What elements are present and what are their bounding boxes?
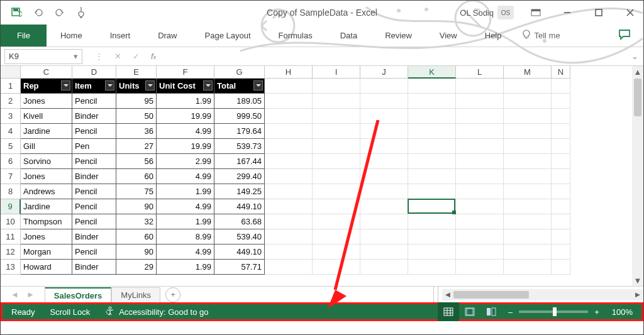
- autosave-icon[interactable]: [11, 7, 22, 18]
- cell-rep[interactable]: Morgan: [21, 244, 72, 260]
- horizontal-scrollbar[interactable]: ◄ ►: [433, 287, 643, 302]
- cell-unitcost[interactable]: 2.99: [157, 154, 214, 169]
- enter-icon[interactable]: ✓: [133, 52, 140, 61]
- tab-help[interactable]: Help: [471, 25, 516, 47]
- cancel-icon[interactable]: ✕: [114, 52, 121, 61]
- cell-blank[interactable]: [504, 94, 552, 109]
- cell-item[interactable]: Pen: [72, 139, 116, 154]
- cell-blank[interactable]: [408, 139, 456, 154]
- cell-units[interactable]: 95: [116, 94, 157, 109]
- scroll-down-icon[interactable]: ▼: [632, 275, 643, 286]
- cell-blank[interactable]: [313, 214, 360, 229]
- status-scroll-lock[interactable]: Scroll Lock: [50, 307, 91, 317]
- row-header[interactable]: 5: [1, 139, 21, 154]
- spreadsheet-grid[interactable]: CDEFGHIJKLMN 1RepItemUnitsUnit CostTotal…: [1, 66, 643, 286]
- cell-blank[interactable]: [265, 154, 313, 169]
- zoom-level[interactable]: 100%: [612, 307, 633, 317]
- view-page-break-icon[interactable]: [480, 302, 502, 321]
- cell-blank[interactable]: [504, 154, 552, 169]
- cell-rep[interactable]: Jones: [21, 94, 72, 109]
- cell-unitcost[interactable]: 19.99: [157, 109, 214, 124]
- cell-item[interactable]: Pencil: [72, 124, 116, 139]
- tab-insert[interactable]: Insert: [96, 25, 145, 47]
- select-all-corner[interactable]: [1, 66, 21, 79]
- zoom-slider[interactable]: [519, 310, 588, 313]
- col-header-L[interactable]: L: [456, 66, 504, 79]
- cell-unitcost[interactable]: 8.99: [157, 229, 214, 244]
- cell-blank[interactable]: [360, 94, 408, 109]
- cell-units[interactable]: 56: [116, 154, 157, 169]
- cell-blank[interactable]: [456, 229, 504, 244]
- cell-item[interactable]: Binder: [72, 169, 116, 184]
- cell-blank[interactable]: [504, 229, 552, 244]
- cell-rep[interactable]: Jones: [21, 169, 72, 184]
- cell-blank[interactable]: [552, 229, 570, 244]
- cell-blank[interactable]: [456, 244, 504, 260]
- cell-item[interactable]: Binder: [72, 260, 116, 275]
- sheet-tab-other[interactable]: MyLinks: [111, 287, 160, 303]
- cell-blank[interactable]: [360, 260, 408, 275]
- add-sheet-icon[interactable]: +: [165, 287, 180, 302]
- cell-rep[interactable]: Jardine: [21, 124, 72, 139]
- cell-blank[interactable]: [408, 169, 456, 184]
- split-handle[interactable]: [433, 287, 438, 302]
- cell-units[interactable]: 60: [116, 229, 157, 244]
- view-normal-icon[interactable]: [438, 302, 459, 321]
- cell-units[interactable]: 60: [116, 169, 157, 184]
- cell-unitcost[interactable]: 4.99: [157, 199, 214, 214]
- cell-blank[interactable]: [504, 109, 552, 124]
- col-header-H[interactable]: H: [265, 66, 313, 79]
- col-header-N[interactable]: N: [552, 66, 570, 79]
- cell-blank[interactable]: [504, 139, 552, 154]
- cell-blank[interactable]: [408, 260, 456, 275]
- cell-blank[interactable]: [313, 169, 360, 184]
- undo-icon[interactable]: [33, 8, 43, 18]
- cell-blank[interactable]: [552, 94, 570, 109]
- tab-review[interactable]: Review: [371, 25, 426, 47]
- row-header[interactable]: 3: [1, 109, 21, 124]
- expand-formula-bar-icon[interactable]: ⌄: [631, 52, 638, 61]
- cell-item[interactable]: Pencil: [72, 154, 116, 169]
- cell-blank[interactable]: [504, 79, 552, 94]
- col-header-K[interactable]: K: [408, 66, 456, 79]
- cell-blank[interactable]: [408, 199, 456, 214]
- tab-data[interactable]: Data: [326, 25, 371, 47]
- vdots-icon[interactable]: ⋮: [95, 52, 103, 61]
- cell-blank[interactable]: [313, 124, 360, 139]
- cell-units[interactable]: 32: [116, 214, 157, 229]
- cell-rep[interactable]: Andrews: [21, 184, 72, 199]
- cell-total[interactable]: 999.50: [214, 109, 265, 124]
- row-header[interactable]: 7: [1, 169, 21, 184]
- cell-blank[interactable]: [360, 169, 408, 184]
- cell-total[interactable]: 179.64: [214, 124, 265, 139]
- col-header-E[interactable]: E: [116, 66, 157, 79]
- cell-rep[interactable]: Thompson: [21, 214, 72, 229]
- cell-unitcost[interactable]: 1.99: [157, 214, 214, 229]
- cell-blank[interactable]: [313, 229, 360, 244]
- col-header-J[interactable]: J: [360, 66, 408, 79]
- tab-formulas[interactable]: Formulas: [265, 25, 326, 47]
- row-header[interactable]: 10: [1, 214, 21, 229]
- zoom-out-icon[interactable]: –: [508, 307, 513, 317]
- cell-blank[interactable]: [265, 94, 313, 109]
- cell-blank[interactable]: [265, 260, 313, 275]
- cell-blank[interactable]: [265, 109, 313, 124]
- col-header-G[interactable]: G: [214, 66, 265, 79]
- cell-unitcost[interactable]: 1.99: [157, 184, 214, 199]
- cell-blank[interactable]: [456, 260, 504, 275]
- zoom-thumb[interactable]: [553, 307, 557, 316]
- cell-blank[interactable]: [360, 139, 408, 154]
- cell-blank[interactable]: [360, 124, 408, 139]
- cell-blank[interactable]: [265, 124, 313, 139]
- cell-blank[interactable]: [265, 229, 313, 244]
- cell-item[interactable]: Pencil: [72, 214, 116, 229]
- cell-blank[interactable]: [313, 260, 360, 275]
- cell-total[interactable]: 539.73: [214, 139, 265, 154]
- cell-total[interactable]: 57.71: [214, 260, 265, 275]
- cell-total[interactable]: 189.05: [214, 94, 265, 109]
- cell-blank[interactable]: [265, 244, 313, 260]
- cell-rep[interactable]: Howard: [21, 260, 72, 275]
- sheet-next-icon[interactable]: ►: [26, 290, 35, 299]
- cell-blank[interactable]: [552, 154, 570, 169]
- filter-dropdown-icon[interactable]: [145, 80, 155, 91]
